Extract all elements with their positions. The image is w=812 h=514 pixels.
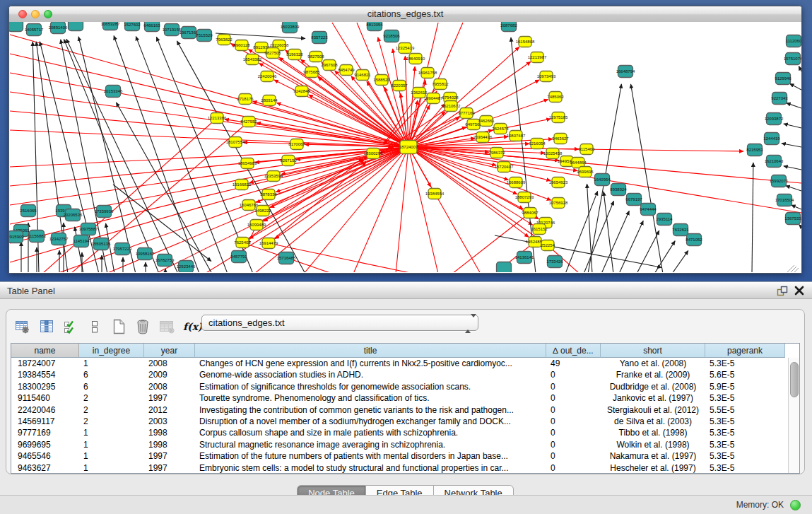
table-cell[interactable]: 2008 xyxy=(144,381,195,392)
table-row[interactable]: 969969511998Structural magnetic resonanc… xyxy=(11,439,799,450)
table-cell[interactable]: Tibbo et al. (1998) xyxy=(601,427,705,438)
table-cell[interactable]: 1 xyxy=(79,462,144,474)
table-row[interactable]: 2242004622012Investigating the contribut… xyxy=(11,404,799,416)
show-columns-button[interactable] xyxy=(37,317,56,337)
table-cell[interactable]: 1997 xyxy=(144,392,195,404)
table-cell[interactable]: Embryonic stem cells: a model to study s… xyxy=(195,462,546,474)
table-cell[interactable]: 2 xyxy=(79,416,144,427)
window-resize-grip[interactable] xyxy=(787,265,799,272)
table-cell[interactable]: 9699695 xyxy=(11,439,79,450)
select-columns-button[interactable] xyxy=(61,317,80,337)
table-cell[interactable]: Genome-wide association studies in ADHD. xyxy=(195,369,546,380)
table-cell[interactable]: Changes of HCN gene expression and I(f) … xyxy=(195,358,546,369)
table-cell[interactable]: 5.9E-5 xyxy=(705,381,785,392)
window-titlebar[interactable]: citations_edges.txt xyxy=(9,6,801,23)
table-cell[interactable]: Stergiakouli et al. (2012) xyxy=(601,404,705,416)
table-cell[interactable]: 0 xyxy=(546,427,601,438)
table-cell[interactable]: 0 xyxy=(546,416,601,427)
table-cell[interactable]: 0 xyxy=(546,404,601,416)
table-cell[interactable]: Jankovic et al. (1997) xyxy=(601,392,705,404)
table-cell[interactable]: 19384554 xyxy=(11,369,79,380)
table-cell[interactable]: 0 xyxy=(546,439,601,450)
table-source-select[interactable]: citations_edges.txt xyxy=(201,315,478,331)
table-cell[interactable]: 0 xyxy=(546,369,601,380)
table-cell[interactable]: 1997 xyxy=(144,462,195,474)
table-cell[interactable]: 1998 xyxy=(144,439,195,450)
float-window-icon[interactable] xyxy=(776,285,788,297)
column-header-in-degree[interactable]: in_degree xyxy=(79,344,144,358)
close-panel-icon[interactable] xyxy=(794,285,805,296)
table-cell[interactable]: 5.5E-5 xyxy=(705,404,785,416)
table-cell[interactable]: 9465546 xyxy=(11,450,79,462)
table-cell[interactable]: 5.3E-5 xyxy=(705,462,785,474)
citation-network-graph[interactable]: 1405571720891406106532871527602646616310… xyxy=(9,22,801,272)
table-cell[interactable]: Dudbridge et al. (2008) xyxy=(601,381,705,392)
table-cell[interactable]: Franke et al. (2009) xyxy=(601,369,705,380)
table-row[interactable]: 1456911722003Disruption of a novel membe… xyxy=(11,416,799,427)
delete-columns-button[interactable] xyxy=(134,317,152,337)
table-cell[interactable]: 2012 xyxy=(144,404,195,416)
table-row[interactable]: 911546021997Tourette syndrome. Phenomeno… xyxy=(11,392,799,404)
table-cell[interactable]: 5.3E-5 xyxy=(705,358,785,369)
function-builder-button[interactable]: f(x) xyxy=(183,321,203,332)
scrollbar-thumb[interactable] xyxy=(790,362,799,397)
table-cell[interactable]: de Silva et al. (2003) xyxy=(601,416,705,427)
table-cell[interactable]: Wolkin et al. (1998) xyxy=(601,439,705,450)
table-cell[interactable]: 1 xyxy=(79,439,144,450)
table-cell[interactable]: 22420046 xyxy=(11,404,79,416)
table-cell[interactable]: 6 xyxy=(79,381,144,392)
column-header-short[interactable]: short xyxy=(601,344,705,358)
graph-node-teal[interactable] xyxy=(69,22,83,31)
table-cell[interactable]: 1 xyxy=(79,358,144,369)
table-cell[interactable]: 0 xyxy=(546,381,601,392)
table-cell[interactable]: 5.3E-5 xyxy=(705,439,785,450)
table-cell[interactable]: 2003 xyxy=(144,416,195,427)
create-column-button[interactable] xyxy=(110,317,128,337)
table-cell[interactable]: Estimation of the future numbers of pati… xyxy=(195,450,546,462)
table-header-row[interactable]: namein_degreeyeartitle∆ out_de...shortpa… xyxy=(11,344,799,358)
table-cell[interactable]: Structural magnetic resonance image aver… xyxy=(195,439,546,450)
table-cell[interactable]: Hescheler et al. (1997) xyxy=(601,462,705,474)
table-cell[interactable]: Yano et al. (2008) xyxy=(601,358,705,369)
table-cell[interactable]: 5.3E-5 xyxy=(705,416,785,427)
table-body[interactable]: 1872400712008Changes of HCN gene express… xyxy=(11,358,799,474)
column-header-pagerank[interactable]: pagerank xyxy=(705,344,785,358)
table-cell[interactable]: 2 xyxy=(79,392,144,404)
table-cell[interactable]: 1 xyxy=(79,450,144,462)
table-cell[interactable]: 9115460 xyxy=(11,392,79,404)
table-scrollbar[interactable] xyxy=(788,358,799,473)
graph-node-teal[interactable] xyxy=(9,22,23,32)
table-settings-button[interactable] xyxy=(13,317,32,337)
table-cell[interactable]: Corpus callosum shape and size in male p… xyxy=(195,427,546,438)
table-cell[interactable]: Nakamura et al. (1997) xyxy=(601,450,705,462)
table-cell[interactable]: 5.3E-5 xyxy=(705,450,785,462)
table-row[interactable]: 1872400712008Changes of HCN gene express… xyxy=(11,358,799,369)
table-row[interactable]: 977716911998Corpus callosum shape and si… xyxy=(11,427,799,438)
table-cell[interactable]: 2 xyxy=(79,404,144,416)
column-header-year[interactable]: year xyxy=(144,344,195,358)
table-cell[interactable]: 6 xyxy=(79,369,144,380)
table-cell[interactable]: 1997 xyxy=(144,450,195,462)
table-cell[interactable]: 49 xyxy=(546,358,601,369)
table-cell[interactable]: 18300295 xyxy=(11,381,79,392)
table-cell[interactable]: 1998 xyxy=(144,427,195,438)
table-cell[interactable]: 5.3E-5 xyxy=(705,392,785,404)
table-cell[interactable]: 18724007 xyxy=(11,358,79,369)
table-cell[interactable]: 1 xyxy=(79,427,144,438)
table-cell[interactable]: 14569117 xyxy=(11,416,79,427)
table-row[interactable]: 1830029562008Estimation of significance … xyxy=(11,381,799,392)
column-header-title[interactable]: title xyxy=(195,344,546,358)
column-header-out-degree[interactable]: ∆ out_de... xyxy=(546,344,601,358)
table-cell[interactable]: 9463627 xyxy=(11,462,79,474)
row-height-button[interactable] xyxy=(86,317,104,337)
table-row[interactable]: 946362711997Embryonic stem cells: a mode… xyxy=(11,462,799,474)
table-cell[interactable]: Investigating the contribution of common… xyxy=(195,404,546,416)
table-cell[interactable]: 2008 xyxy=(144,358,195,369)
table-cell[interactable]: Estimation of significance thresholds fo… xyxy=(195,381,546,392)
table-cell[interactable]: 0 xyxy=(546,392,601,404)
table-row[interactable]: 1938455462009Genome-wide association stu… xyxy=(11,369,799,380)
node-table[interactable]: namein_degreeyeartitle∆ out_de...shortpa… xyxy=(11,343,800,474)
table-cell[interactable]: Disruption of a novel member of a sodium… xyxy=(195,416,546,427)
table-row[interactable]: 946554611997Estimation of the future num… xyxy=(11,450,799,462)
network-canvas[interactable]: 1405571720891406106532871527602646616310… xyxy=(9,22,801,272)
